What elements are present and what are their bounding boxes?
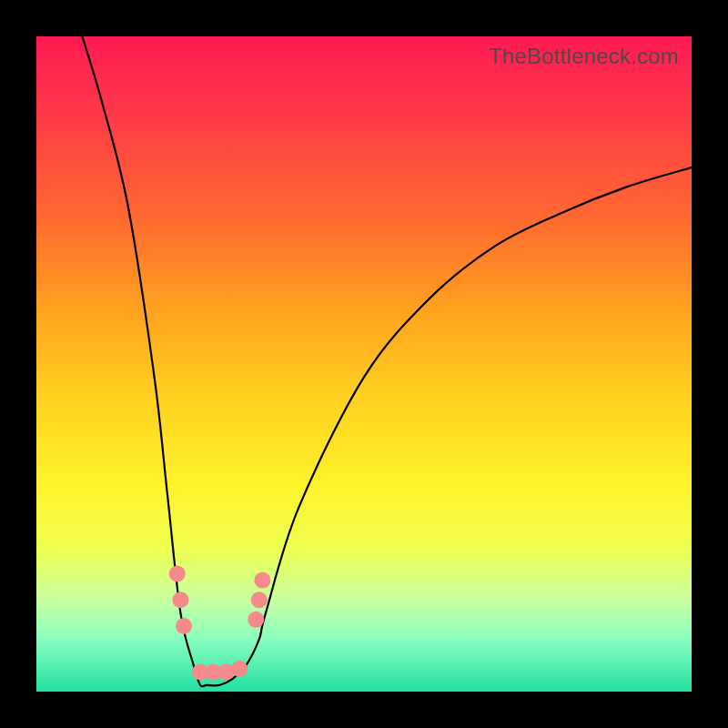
- plot-area: TheBottleneck.com: [36, 36, 692, 692]
- highlighted-points: [169, 565, 271, 680]
- marker-point: [254, 572, 270, 589]
- marker-point: [251, 592, 268, 608]
- bottleneck-curve: [82, 36, 692, 686]
- marker-point: [172, 592, 188, 608]
- marker-point: [176, 618, 192, 634]
- marker-point: [169, 565, 186, 581]
- marker-point: [231, 661, 248, 677]
- marker-point: [248, 612, 264, 628]
- chart-svg: [36, 36, 692, 692]
- chart-frame: TheBottleneck.com: [0, 0, 728, 728]
